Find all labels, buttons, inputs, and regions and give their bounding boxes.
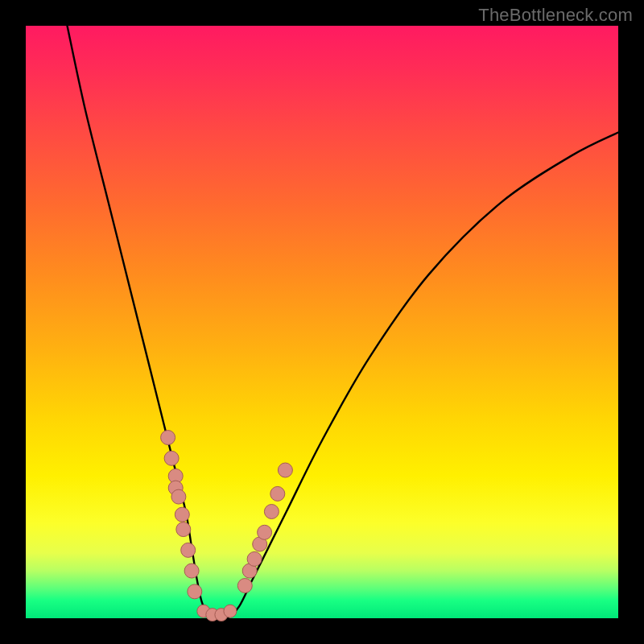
bottleneck-curve-path xyxy=(68,26,619,620)
sample-dot xyxy=(181,543,196,557)
sample-dot xyxy=(188,584,202,599)
sample-dots-right xyxy=(237,463,292,593)
sample-dot xyxy=(258,525,272,539)
chart-frame: TheBottleneck.com xyxy=(0,0,644,644)
sample-dot xyxy=(171,489,186,504)
sample-dots-bottom xyxy=(197,605,237,621)
sample-dot xyxy=(164,451,179,465)
plot-area xyxy=(26,26,618,618)
sample-dot xyxy=(247,551,262,566)
curve-svg xyxy=(26,26,618,618)
sample-dot xyxy=(161,431,175,445)
sample-dot xyxy=(237,579,252,593)
sample-dot xyxy=(278,463,292,477)
sample-dot xyxy=(264,505,279,519)
sample-dot xyxy=(184,564,199,578)
sample-dot xyxy=(270,486,285,501)
sample-dot xyxy=(176,522,191,537)
watermark-text: TheBottleneck.com xyxy=(478,5,633,26)
sample-dot xyxy=(224,605,237,617)
sample-dot xyxy=(175,507,189,522)
sample-dots-left xyxy=(161,431,202,599)
